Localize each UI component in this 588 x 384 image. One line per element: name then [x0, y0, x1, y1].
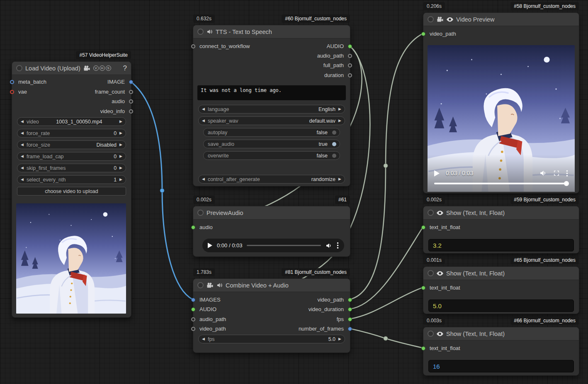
collapse-dot[interactable]: [428, 270, 434, 276]
collapse-dot[interactable]: [197, 29, 204, 35]
node-header[interactable]: Combine Video + Audio: [193, 279, 350, 292]
video-player[interactable]: 0:03 / 0:03: [428, 45, 575, 192]
combo-left-arrow[interactable]: ◀: [202, 337, 205, 341]
widget-force-size[interactable]: ◀ force_size Disabled ▶: [17, 140, 126, 149]
combo-left-arrow[interactable]: ◀: [21, 178, 24, 181]
combo-right-arrow[interactable]: ▶: [338, 119, 341, 123]
widget-skip-first-frames[interactable]: ◀ skip_first_frames 0 ▶: [17, 164, 126, 172]
toggle-off-dot[interactable]: [332, 130, 336, 135]
input-port-audio[interactable]: [191, 307, 195, 312]
node-tts-text-to-speech[interactable]: 0.632s #60 Bjornulf_custom_nodes TTS - T…: [193, 25, 350, 186]
combo-right-arrow[interactable]: ▶: [338, 107, 341, 111]
output-port-video-duration[interactable]: [348, 307, 352, 312]
tts-text-input[interactable]: It was not a long time ago.: [197, 85, 346, 100]
widget-fps[interactable]: ◀ fps 5.0 ▶: [198, 335, 345, 343]
input-port-vae[interactable]: [10, 90, 14, 94]
node-show-frames[interactable]: 0.003s #66 Bjornulf_custom_nodes Show (T…: [423, 327, 579, 376]
help-icon[interactable]: ?: [123, 64, 127, 72]
widget-speaker-wav[interactable]: ◀ speaker_wav default.wav ▶: [198, 116, 345, 125]
widget-overwrite-toggle[interactable]: overwrite false: [203, 151, 340, 160]
video-progress-bar[interactable]: [434, 183, 568, 184]
video-progress-thumb[interactable]: [564, 181, 569, 186]
input-port-audio-path[interactable]: [191, 317, 195, 321]
output-port-video-path[interactable]: [348, 298, 352, 302]
output-port-video-info[interactable]: [129, 109, 133, 114]
combo-right-arrow[interactable]: ▶: [338, 337, 341, 341]
node-header[interactable]: PreviewAudio: [193, 206, 350, 220]
output-port-audio-path[interactable]: [348, 54, 352, 58]
combo-left-arrow[interactable]: ◀: [21, 143, 24, 147]
widget-autoplay-toggle[interactable]: autoplay false: [203, 128, 340, 137]
combo-right-arrow[interactable]: ▶: [119, 131, 122, 135]
node-show-duration[interactable]: 0.002s #59 Bjornulf_custom_nodes Show (T…: [423, 206, 579, 254]
combo-right-arrow[interactable]: ▶: [119, 155, 122, 158]
node-header[interactable]: Show (Text, Int, Float): [423, 327, 579, 341]
node-title: Combine Video + Audio: [226, 282, 289, 289]
combo-left-arrow[interactable]: ◀: [202, 177, 205, 181]
volume-icon[interactable]: [539, 169, 547, 177]
widget-video[interactable]: ◀ video 1003_1_00050.mp4 ▶: [17, 117, 126, 126]
fullscreen-icon[interactable]: [553, 170, 560, 176]
widget-save-audio-toggle[interactable]: save_audio true: [203, 140, 340, 148]
toggle-on-dot[interactable]: [332, 142, 336, 146]
node-header[interactable]: TTS - Text to Speech: [193, 25, 350, 39]
input-port-meta-batch[interactable]: [10, 80, 14, 84]
combo-left-arrow[interactable]: ◀: [202, 119, 205, 123]
collapse-dot[interactable]: [428, 210, 434, 216]
audio-seek-slider[interactable]: [247, 245, 321, 246]
combo-right-arrow[interactable]: ▶: [119, 120, 122, 123]
widget-language[interactable]: ◀ language English ▶: [198, 105, 345, 114]
node-header[interactable]: Show (Text, Int, Float): [423, 206, 579, 220]
widget-force-rate[interactable]: ◀ force_rate 0 ▶: [17, 129, 126, 138]
play-icon[interactable]: [434, 170, 440, 176]
widget-frame-load-cap[interactable]: ◀ frame_load_cap 0 ▶: [17, 152, 126, 161]
output-port-duration[interactable]: [348, 73, 352, 77]
collapse-dot[interactable]: [428, 16, 434, 22]
collapse-dot[interactable]: [197, 282, 204, 288]
output-port-fps[interactable]: [348, 317, 352, 321]
output-port-audio[interactable]: [348, 44, 352, 48]
combo-left-arrow[interactable]: ◀: [21, 120, 24, 123]
input-port-connect-to-workflow[interactable]: [191, 44, 195, 48]
output-port-full-path[interactable]: [348, 63, 352, 68]
input-port-text-int-float[interactable]: [421, 286, 425, 290]
collapse-dot[interactable]: [428, 331, 434, 337]
collapse-dot[interactable]: [16, 65, 22, 71]
output-port-frame-count[interactable]: [129, 90, 133, 94]
combo-right-arrow[interactable]: ▶: [119, 143, 122, 147]
combo-left-arrow[interactable]: ◀: [21, 155, 24, 158]
input-port-video-path[interactable]: [421, 32, 425, 36]
node-combine-video-audio[interactable]: 1.783s #81 Bjornulf_custom_nodes Combine…: [193, 278, 350, 353]
node-video-preview[interactable]: 0.206s #58 Bjornulf_custom_nodes Video P…: [423, 12, 579, 193]
input-port-images[interactable]: [191, 298, 195, 302]
input-port-text-int-float[interactable]: [421, 346, 425, 350]
toggle-off-dot[interactable]: [332, 154, 336, 158]
combo-left-arrow[interactable]: ◀: [21, 131, 24, 135]
output-port-number-of-frames[interactable]: [348, 327, 352, 331]
volume-icon[interactable]: [326, 242, 332, 249]
node-header[interactable]: Video Preview: [423, 13, 579, 26]
choose-video-upload-button[interactable]: choose video to upload: [17, 187, 126, 196]
combo-right-arrow[interactable]: ▶: [119, 178, 122, 181]
play-icon[interactable]: [208, 243, 212, 248]
combo-left-arrow[interactable]: ◀: [21, 166, 24, 170]
combo-right-arrow[interactable]: ▶: [338, 177, 341, 181]
widget-control-after-generate[interactable]: ◀ control_after_generate randomize ▶: [198, 175, 345, 184]
audio-player[interactable]: 0:00 / 0:03: [202, 239, 344, 252]
node-preview-audio[interactable]: 0.002s #61 PreviewAudio audio 0:00 / 0:0…: [193, 206, 350, 257]
node-load-video-upload[interactable]: #57 VideoHelperSuite Load Video (Upload)…: [12, 61, 131, 318]
output-port-image[interactable]: [129, 80, 133, 84]
node-header[interactable]: Load Video (Upload) V H S ?: [12, 62, 131, 75]
collapse-dot[interactable]: [197, 210, 204, 216]
input-port-audio[interactable]: [191, 225, 195, 229]
combo-left-arrow[interactable]: ◀: [202, 107, 205, 111]
node-header[interactable]: Show (Text, Int, Float): [423, 267, 579, 280]
output-port-audio[interactable]: [129, 99, 133, 104]
input-port-text-int-float[interactable]: [421, 225, 425, 229]
widget-select-every-nth[interactable]: ◀ select_every_nth 1 ▶: [17, 175, 126, 184]
input-port-video-path[interactable]: [191, 327, 195, 331]
combo-right-arrow[interactable]: ▶: [119, 166, 122, 170]
node-show-fps[interactable]: 0.001s #65 Bjornulf_custom_nodes Show (T…: [423, 266, 579, 314]
kebab-menu-icon[interactable]: [337, 242, 339, 249]
kebab-menu-icon[interactable]: [566, 170, 568, 177]
